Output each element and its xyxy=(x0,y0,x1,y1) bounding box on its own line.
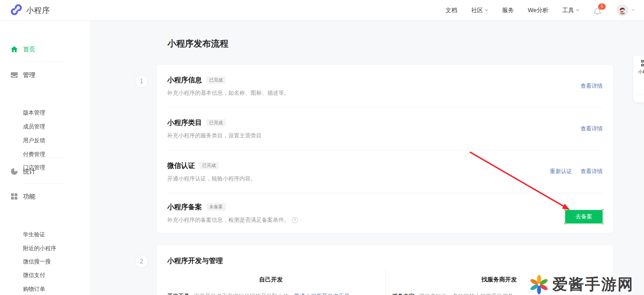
sidebar-item-home[interactable]: 首页 xyxy=(0,45,90,54)
sidebar-item-wechat-search[interactable]: 微信搜一搜 xyxy=(23,258,51,266)
section-title: 小程序开发与管理 xyxy=(167,256,223,266)
column-header: 自己开发 xyxy=(157,276,385,284)
selection-handle xyxy=(602,222,604,225)
row-miniprogram-category: 小程序类目 已完成 补充小程序的服务类目，设置主营类目 查看详情 xyxy=(167,107,603,151)
nav-docs[interactable]: 文档 xyxy=(446,6,457,14)
step-1-number: 1 xyxy=(135,75,148,88)
sidebar-item-member-management[interactable]: 成员管理 xyxy=(23,123,45,130)
row-title: 小程序信息 xyxy=(167,75,202,85)
selection-handle xyxy=(564,222,566,225)
sidebar-divider xyxy=(23,158,65,158)
sidebar-item-label: 首页 xyxy=(23,45,35,53)
watermark: 爱酱手游网 xyxy=(529,274,634,295)
avatar xyxy=(616,4,629,17)
nav-services[interactable]: 服务 xyxy=(502,6,514,14)
go-file-button[interactable]: 去备案 xyxy=(565,210,603,224)
sidebar-section-features[interactable]: 功能 xyxy=(0,192,90,201)
row-miniprogram-info: 小程序信息 已完成 补充小程序的基本信息，如名称、图标、描述等。 查看详情 xyxy=(167,65,603,108)
status-badge: 已完成 xyxy=(206,119,226,127)
page-title: 小程序发布流程 xyxy=(168,38,228,49)
assistant-label: 小程序助手 xyxy=(636,69,644,81)
sidebar-item-user-feedback[interactable]: 用户反馈 xyxy=(23,137,45,144)
chevron-down-icon xyxy=(631,9,635,11)
go-file-button-wrap: 去备案 xyxy=(565,210,603,224)
sidebar-section-label: 统计 xyxy=(23,167,35,176)
sidebar: 首页 管理 版本管理 成员管理 用户反馈 付费管理 门店管理 xyxy=(0,21,91,295)
pie-chart-icon xyxy=(10,168,18,175)
row-title: 微信认证 xyxy=(167,161,195,170)
view-details-link[interactable]: 查看详情 xyxy=(580,125,603,133)
sidebar-section-statistics[interactable]: 统计 xyxy=(0,167,90,176)
miniprogram-logo[interactable]: 小程序 xyxy=(10,0,50,20)
notification-count-badge: 5 xyxy=(598,3,606,10)
notification-bell-button[interactable]: 5 xyxy=(593,6,602,15)
row-label: 开发工具 xyxy=(167,292,189,295)
sidebar-section-label: 功能 xyxy=(23,192,35,201)
chevron-down-icon xyxy=(576,9,579,11)
row-description: 补充小程序的基本信息，如名称、图标、描述等。 xyxy=(167,90,290,97)
nav-we-analytics[interactable]: We分析 xyxy=(528,6,548,14)
sidebar-item-version-management[interactable]: 版本管理 xyxy=(23,109,45,117)
grid-icon xyxy=(10,193,18,200)
release-steps-card: 小程序信息 已完成 补充小程序的基本信息，如名称、图标、描述等。 查看详情 小程… xyxy=(157,65,613,233)
top-header: 小程序 文档 社区 服务 We分析 工具 5 xyxy=(0,0,644,21)
logo-title: 小程序 xyxy=(26,5,50,16)
status-badge: 已完成 xyxy=(199,162,219,169)
selection-handle xyxy=(564,209,566,211)
status-badge: 未备案 xyxy=(206,203,226,211)
panel-divider xyxy=(637,94,644,95)
top-nav: 文档 社区 服务 We分析 工具 5 xyxy=(446,0,635,20)
nav-community[interactable]: 社区 xyxy=(471,6,488,14)
dev-tools-row: 开发工具 下载开发者工具进行代码的开发和上传；普通小程序开发者工具、小游戏开发者… xyxy=(157,292,385,295)
sidebar-divider xyxy=(23,183,65,184)
status-badge: 已完成 xyxy=(206,76,226,84)
help-icon[interactable]: ? xyxy=(292,217,298,223)
account-menu[interactable] xyxy=(616,4,635,17)
dev-tool-link[interactable]: 普通小程序开发者工具 xyxy=(294,293,350,295)
sidebar-section-manage[interactable]: 管理 xyxy=(0,70,90,79)
nav-tools[interactable]: 工具 xyxy=(562,6,579,14)
chevron-down-icon xyxy=(485,9,488,11)
qrcode-icon xyxy=(641,60,644,68)
row-miniprogram-icp-filing: 小程序备案 未备案 补充小程序的备案信息，检测是否满足备案条件。 ? 去备案 xyxy=(167,193,603,233)
selection-handle xyxy=(602,209,604,211)
miniprogram-logo-icon xyxy=(10,4,22,17)
row-description: 开通小程序认证，核验小程序内容。 xyxy=(167,175,256,183)
inbox-icon xyxy=(10,71,18,79)
sidebar-section-label: 管理 xyxy=(23,71,35,79)
reverify-link[interactable]: 重新认证 xyxy=(550,168,572,175)
miniprogram-assistant-panel[interactable]: 小程序助手 xyxy=(633,56,644,102)
row-description: 补充小程序的备案信息，检测是否满足备案条件。 xyxy=(167,217,290,224)
sidebar-item-wechat-pay[interactable]: 微信支付 xyxy=(23,272,45,279)
step-2-number: 2 xyxy=(135,255,148,268)
row-description: 提供多行业、多功能的小程序开发服务 xyxy=(419,292,514,295)
sidebar-item-nearby-miniprograms[interactable]: 附近的小程序 xyxy=(23,245,56,252)
row-title: 小程序备案 xyxy=(167,202,202,212)
row-description: 补充小程序的服务类目，设置主营类目 xyxy=(167,132,262,140)
row-description: 下载开发者工具进行代码的开发和上传； xyxy=(194,293,294,295)
sidebar-item-payment-management[interactable]: 付费管理 xyxy=(23,151,45,158)
app-window: 小程序 文档 社区 服务 We分析 工具 5 xyxy=(0,0,644,295)
self-develop-column: 自己开发 开发工具 下载开发者工具进行代码的开发和上传；普通小程序开发者工具、小… xyxy=(157,270,385,295)
separator: 、 xyxy=(350,293,355,295)
row-title: 小程序类目 xyxy=(167,118,202,127)
watermark-text: 爱酱手游网 xyxy=(552,274,634,295)
pinwheel-logo-icon xyxy=(529,275,549,295)
sidebar-divider xyxy=(23,61,65,62)
row-wechat-verification: 微信认证 已完成 开通小程序认证，核验小程序内容。 重新认证 查看详情 xyxy=(167,150,603,193)
row-label: 服务专家 xyxy=(392,292,415,295)
home-icon xyxy=(10,45,18,53)
view-details-link[interactable]: 查看详情 xyxy=(580,168,603,175)
view-details-link[interactable]: 查看详情 xyxy=(580,83,603,90)
sidebar-item-student-verification[interactable]: 学生验证 xyxy=(23,231,45,238)
sidebar-item-shopping-orders[interactable]: 购物订单 xyxy=(23,286,45,293)
